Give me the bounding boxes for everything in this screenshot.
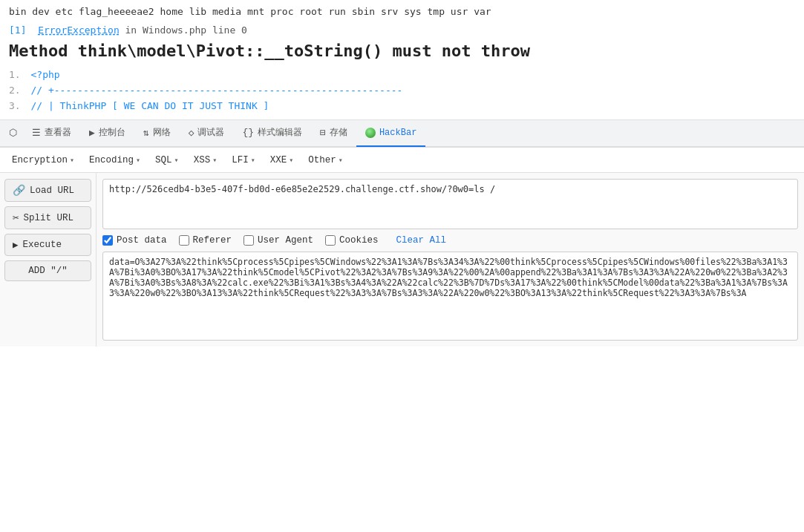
error-header: [1] ErrorException in Windows.php line 0 bbox=[9, 24, 795, 36]
style-editor-icon: {} bbox=[242, 127, 254, 138]
right-content: Post data Referer User Agent Cookies Cle… bbox=[97, 173, 804, 347]
menu-xss-label: XSS bbox=[194, 155, 211, 165]
cookies-checkbox[interactable]: Cookies bbox=[325, 235, 379, 246]
error-in: in Windows.php line 0 bbox=[125, 24, 247, 36]
referer-input[interactable] bbox=[179, 235, 189, 246]
error-message: Method think\model\Pivot::__toString() m… bbox=[9, 42, 795, 60]
tab-storage[interactable]: ⊟ 存储 bbox=[311, 120, 356, 147]
tab-inspect[interactable]: ⬡ bbox=[3, 120, 23, 147]
menu-encryption-label: Encryption bbox=[12, 155, 68, 165]
menu-xxe[interactable]: XXE ▾ bbox=[264, 153, 300, 168]
menu-encoding-arrow: ▾ bbox=[136, 156, 140, 165]
data-textarea[interactable] bbox=[102, 252, 798, 341]
execute-button[interactable]: ▶ Execute bbox=[4, 234, 91, 256]
tab-style-editor-label: 样式编辑器 bbox=[258, 126, 302, 139]
tab-hackbar[interactable]: HackBar bbox=[356, 120, 425, 147]
inspect-icon: ⬡ bbox=[9, 127, 17, 139]
tab-hackbar-label: HackBar bbox=[379, 128, 416, 138]
split-url-label: Split URL bbox=[23, 213, 73, 223]
devtools-tabs: ⬡ ☰ 查看器 ▶ 控制台 ⇅ 网络 ◇ 调试器 {} 样式编辑器 ⊟ 存储 H… bbox=[0, 120, 804, 147]
execute-label: Execute bbox=[23, 240, 62, 250]
left-buttons: 🔗 Load URL ✂ Split URL ▶ Execute ADD "/" bbox=[0, 173, 97, 347]
tab-console-label: 控制台 bbox=[99, 126, 125, 139]
tab-debugger-label: 调试器 bbox=[197, 126, 224, 139]
tab-viewer-label: 查看器 bbox=[45, 126, 71, 139]
storage-icon: ⊟ bbox=[320, 127, 326, 139]
user-agent-label: User Agent bbox=[258, 235, 313, 246]
code-lines: 1. <?php 2. // +------------------------… bbox=[9, 68, 795, 114]
menu-encoding[interactable]: Encoding ▾ bbox=[83, 153, 146, 168]
menu-xss-arrow: ▾ bbox=[212, 156, 217, 165]
menu-sql[interactable]: SQL ▾ bbox=[149, 153, 185, 168]
tab-style-editor[interactable]: {} 样式编辑器 bbox=[233, 120, 311, 147]
split-url-icon: ✂ bbox=[13, 211, 19, 224]
code-line-1: 1. <?php bbox=[9, 68, 795, 83]
post-data-input[interactable] bbox=[102, 235, 113, 246]
load-url-button[interactable]: 🔗 Load URL bbox=[4, 179, 91, 202]
menu-lfi-arrow: ▾ bbox=[251, 156, 255, 165]
error-num: [1] bbox=[9, 24, 26, 36]
console-icon: ▶ bbox=[89, 127, 95, 139]
menu-lfi[interactable]: LFI ▾ bbox=[226, 153, 261, 168]
tab-viewer[interactable]: ☰ 查看器 bbox=[23, 120, 80, 147]
hackbar-circle-icon bbox=[365, 128, 376, 138]
menu-sql-arrow: ▾ bbox=[174, 156, 179, 165]
hackbar-container: Encryption ▾ Encoding ▾ SQL ▾ XSS ▾ LFI … bbox=[0, 147, 804, 347]
tab-network[interactable]: ⇅ 网络 bbox=[134, 120, 180, 147]
debugger-icon: ◇ bbox=[189, 127, 195, 139]
viewer-icon: ☰ bbox=[32, 127, 41, 139]
file-list: bin dev etc flag_heeeeae2 home lib media… bbox=[9, 6, 795, 17]
error-area: bin dev etc flag_heeeeae2 home lib media… bbox=[0, 0, 804, 120]
menu-encryption[interactable]: Encryption ▾ bbox=[6, 153, 80, 168]
menu-other[interactable]: Other ▾ bbox=[302, 153, 349, 168]
url-input[interactable] bbox=[102, 179, 798, 229]
tab-console[interactable]: ▶ 控制台 bbox=[80, 120, 134, 147]
network-icon: ⇅ bbox=[143, 127, 149, 139]
execute-icon: ▶ bbox=[13, 239, 19, 251]
menu-other-arrow: ▾ bbox=[339, 156, 343, 165]
menu-xxe-arrow: ▾ bbox=[289, 156, 293, 165]
cookies-input[interactable] bbox=[325, 235, 336, 246]
user-agent-input[interactable] bbox=[244, 235, 254, 246]
hackbar-menubar: Encryption ▾ Encoding ▾ SQL ▾ XSS ▾ LFI … bbox=[0, 148, 804, 173]
menu-xxe-label: XXE bbox=[270, 155, 287, 165]
load-url-icon: 🔗 bbox=[13, 184, 25, 197]
tab-network-label: 网络 bbox=[153, 126, 171, 139]
menu-lfi-label: LFI bbox=[232, 155, 249, 165]
tab-storage-label: 存储 bbox=[330, 126, 347, 139]
menu-sql-label: SQL bbox=[155, 155, 172, 165]
menu-encoding-label: Encoding bbox=[89, 155, 134, 165]
options-row: Post data Referer User Agent Cookies Cle… bbox=[102, 235, 798, 246]
post-data-label: Post data bbox=[117, 235, 167, 246]
code-line-3: 3. // | ThinkPHP [ WE CAN DO IT JUST THI… bbox=[9, 99, 795, 114]
user-agent-checkbox[interactable]: User Agent bbox=[244, 235, 313, 246]
add-slash-button[interactable]: ADD "/" bbox=[4, 260, 91, 281]
referer-label: Referer bbox=[193, 235, 232, 246]
clear-all-link[interactable]: Clear All bbox=[396, 235, 447, 246]
split-url-button[interactable]: ✂ Split URL bbox=[4, 206, 91, 229]
load-url-label: Load URL bbox=[30, 185, 74, 196]
code-line-2: 2. // +---------------------------------… bbox=[9, 83, 795, 99]
cookies-label: Cookies bbox=[339, 235, 379, 246]
error-class: ErrorException bbox=[38, 24, 120, 36]
tab-debugger[interactable]: ◇ 调试器 bbox=[180, 120, 234, 147]
post-data-checkbox[interactable]: Post data bbox=[102, 235, 167, 246]
referer-checkbox[interactable]: Referer bbox=[179, 235, 232, 246]
menu-xss[interactable]: XSS ▾ bbox=[188, 153, 223, 168]
add-slash-label: ADD "/" bbox=[28, 266, 68, 276]
menu-other-label: Other bbox=[308, 155, 336, 165]
menu-encryption-arrow: ▾ bbox=[70, 156, 74, 165]
hackbar-main: 🔗 Load URL ✂ Split URL ▶ Execute ADD "/"… bbox=[0, 173, 804, 347]
